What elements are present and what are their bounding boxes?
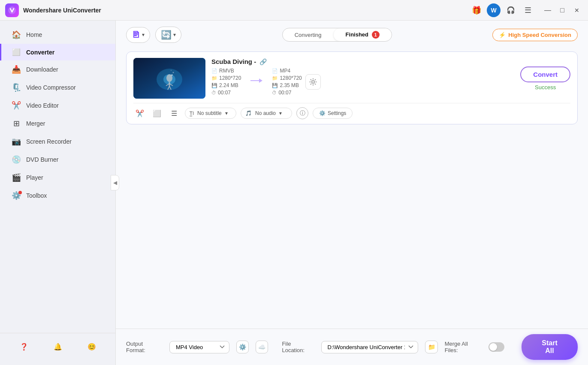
merge-all-label: Merge All Files:	[445, 341, 482, 353]
file-title-row: Scuba Diving - 🔗	[211, 58, 511, 65]
user-button[interactable]: W	[487, 3, 501, 17]
output-format-select[interactable]: MP4 Video	[169, 341, 229, 353]
source-resolution-row: 📁 1280*720	[211, 75, 241, 81]
headphones-button[interactable]: 🎧	[504, 3, 518, 17]
minimize-button[interactable]: —	[542, 4, 554, 16]
tab-converting[interactable]: Converting	[283, 28, 334, 41]
high-speed-conversion-button[interactable]: ⚡ High Speed Conversion	[492, 29, 578, 41]
sidebar-item-home[interactable]: 🏠 Home	[0, 26, 115, 44]
info-button[interactable]: ⓘ	[296, 107, 308, 119]
source-duration-row: ⏱ 00:07	[211, 90, 241, 96]
svg-point-11	[173, 72, 174, 73]
home-icon: 🏠	[12, 30, 21, 39]
merger-icon: ⊞	[12, 119, 21, 128]
output-resolution-row: 📁 1280*720	[272, 75, 302, 81]
editor-icon: ✂️	[12, 101, 21, 110]
sidebar-item-player[interactable]: 🎬 Player	[0, 169, 115, 187]
output-size-row: 💾 2.35 MB	[272, 82, 302, 88]
output-duration-row: ⏱ 00:07	[272, 90, 302, 96]
sidebar-item-downloader[interactable]: 📥 Downloader	[0, 60, 115, 78]
sidebar-bottom: ❓ 🔔 😊	[0, 333, 115, 360]
clock-icon: ⏱	[211, 90, 216, 95]
source-format-row: 📄 RMVB	[211, 68, 241, 74]
file-icon: 📄	[211, 68, 217, 74]
convert-button-area: Convert Success	[520, 66, 570, 90]
subtitle-label: No subtitle	[197, 110, 222, 116]
crop-button[interactable]: ⬜	[151, 107, 163, 120]
gift-button[interactable]: 🎁	[470, 3, 483, 17]
audio-icon: 🎵	[245, 110, 252, 116]
audio-dropdown[interactable]: 🎵 No audio ▾	[241, 108, 292, 119]
feedback-button[interactable]: 😊	[85, 340, 98, 353]
file-location-label: File Location:	[282, 341, 314, 353]
merge-all-toggle[interactable]	[488, 342, 504, 352]
file-location-select[interactable]: D:\Wondershare UniConverter 1	[321, 341, 419, 353]
notifications-button[interactable]: 🔔	[51, 340, 64, 353]
output-clock-icon: ⏱	[272, 90, 277, 95]
tab-finished[interactable]: Finished 1	[334, 28, 392, 41]
cloud-button[interactable]: ☁️	[256, 341, 268, 353]
trim-button[interactable]: ✂️	[133, 107, 146, 120]
dvd-icon: 💿	[12, 155, 21, 164]
sidebar-item-screen-recorder[interactable]: 📷 Screen Recorder	[0, 133, 115, 151]
start-all-button[interactable]: Start All	[522, 334, 578, 360]
settings-label: Settings	[328, 110, 346, 116]
file-card-top: Scuba Diving - 🔗 📄 RMVB	[133, 58, 570, 99]
titlebar: Wondershare UniConverter 🎁 W 🎧 ☰ — □ ✕	[0, 0, 588, 21]
convert-button[interactable]: Convert	[520, 66, 570, 82]
size-icon: 💾	[211, 83, 217, 88]
menu-button[interactable]: ☰	[521, 3, 535, 17]
converter-topbar: 🖹 ▾ 🔄 ▾ Converting Finished 1	[116, 21, 588, 47]
audio-chevron-icon: ▾	[279, 110, 282, 116]
sidebar-item-label: Video Editor	[26, 102, 59, 109]
add-folder-icon: 🔄	[161, 30, 172, 40]
close-button[interactable]: ✕	[571, 4, 583, 16]
subtitle-dropdown[interactable]: T̲I No subtitle ▾	[185, 108, 236, 119]
file-card: Scuba Diving - 🔗 📄 RMVB	[126, 51, 578, 124]
file-settings-button[interactable]	[305, 74, 321, 90]
sidebar-item-dvd-burner[interactable]: 💿 DVD Burner	[0, 151, 115, 169]
add-files-label: ▾	[142, 32, 145, 38]
finished-badge: 1	[372, 31, 380, 39]
svg-point-12	[171, 70, 172, 71]
maximize-button[interactable]: □	[556, 4, 568, 16]
app-title: Wondershare UniConverter	[23, 7, 470, 14]
sidebar-item-label: Merger	[26, 120, 45, 127]
help-button[interactable]: ❓	[18, 340, 30, 353]
app-logo	[5, 3, 19, 17]
sidebar-item-converter[interactable]: ⬜ Converter	[0, 44, 115, 60]
settings-small-button[interactable]: ⚙️ Settings	[313, 108, 353, 119]
sidebar-item-label: Video Compressor	[26, 84, 76, 91]
output-file-icon: 📄	[272, 68, 278, 74]
file-thumbnail	[133, 58, 205, 99]
file-card-bottom: ✂️ ⬜ ☰ T̲I No subtitle ▾ 🎵 No audio ▾	[133, 103, 570, 120]
sidebar-item-label: Player	[26, 174, 43, 181]
svg-marker-14	[259, 78, 262, 83]
window-controls: — □ ✕	[542, 4, 583, 16]
toggle-knob	[489, 343, 497, 351]
player-icon: 🎬	[12, 173, 21, 182]
tab-group: Converting Finished 1	[187, 28, 487, 42]
subtitle-icon: T̲I	[190, 111, 194, 116]
output-resolution-icon: 📁	[272, 75, 278, 81]
output-resolution: 1280*720	[280, 75, 302, 81]
browse-folder-button[interactable]: 📁	[425, 341, 437, 353]
effects-button[interactable]: ☰	[168, 107, 181, 120]
sidebar-collapse-btn[interactable]: ◀	[111, 175, 119, 190]
subtitle-chevron-icon: ▾	[225, 110, 228, 116]
sidebar-item-label: Screen Recorder	[26, 138, 72, 145]
output-format-row: 📄 MP4	[272, 68, 302, 74]
add-files-button[interactable]: 🖹 ▾	[126, 27, 150, 43]
format-settings-button[interactable]: ⚙️	[236, 341, 249, 353]
sidebar-item-video-editor[interactable]: ✂️ Video Editor	[0, 97, 115, 115]
sidebar-item-toolbox[interactable]: ⚙️ Toolbox	[0, 187, 115, 205]
external-link-icon[interactable]: 🔗	[259, 58, 267, 65]
output-size: 2.35 MB	[280, 82, 299, 88]
recorder-icon: 📷	[12, 137, 21, 146]
downloader-icon: 📥	[12, 65, 21, 74]
file-name: Scuba Diving -	[211, 58, 256, 65]
source-meta: 📄 RMVB 📁 1280*720 💾 2.24 MB	[211, 68, 241, 96]
add-folder-button[interactable]: 🔄 ▾	[155, 27, 181, 43]
sidebar-item-video-compressor[interactable]: 🗜️ Video Compressor	[0, 78, 115, 97]
sidebar-item-merger[interactable]: ⊞ Merger	[0, 115, 115, 133]
